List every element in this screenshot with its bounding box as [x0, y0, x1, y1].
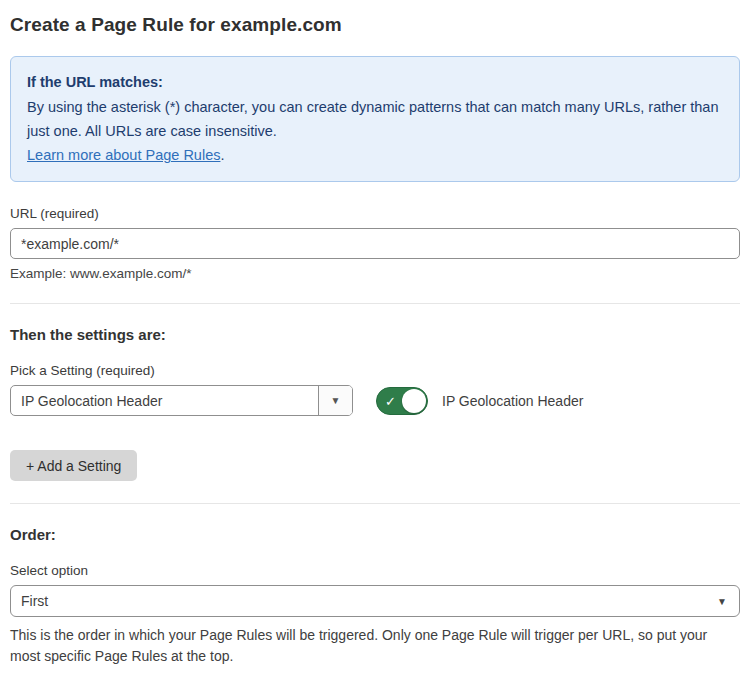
caret-down-icon: ▼	[717, 596, 727, 607]
settings-section-heading: Then the settings are:	[10, 326, 740, 343]
url-helper-text: Example: www.example.com/*	[10, 266, 740, 281]
learn-more-link[interactable]: Learn more about Page Rules	[27, 147, 220, 163]
add-setting-button[interactable]: + Add a Setting	[10, 450, 137, 481]
link-suffix: .	[220, 147, 224, 163]
toggle-label: IP Geolocation Header	[442, 393, 583, 409]
url-match-info-box: If the URL matches: By using the asteris…	[10, 56, 740, 182]
settings-row: IP Geolocation Header ▼ ✓ IP Geolocation…	[10, 385, 740, 416]
info-box-link-line: Learn more about Page Rules.	[27, 143, 723, 167]
info-box-body: By using the asterisk (*) character, you…	[27, 95, 723, 143]
ip-geolocation-toggle[interactable]: ✓	[376, 387, 428, 415]
divider	[10, 303, 740, 304]
check-icon: ✓	[385, 394, 396, 407]
url-input[interactable]	[10, 228, 740, 259]
setting-picker-value: IP Geolocation Header	[11, 386, 318, 415]
order-helper-text: This is the order in which your Page Rul…	[10, 625, 740, 667]
setting-picker-caret-button[interactable]: ▼	[318, 386, 352, 415]
page-title: Create a Page Rule for example.com	[10, 14, 740, 36]
order-section-heading: Order:	[10, 526, 740, 543]
order-select-value: First	[21, 593, 48, 609]
setting-picker-label: Pick a Setting (required)	[10, 363, 740, 378]
order-select-label: Select option	[10, 563, 740, 578]
info-box-heading: If the URL matches:	[27, 70, 723, 94]
order-select-dropdown[interactable]: First ▼	[10, 585, 740, 617]
divider	[10, 503, 740, 504]
caret-down-icon: ▼	[331, 395, 341, 406]
toggle-knob	[402, 389, 426, 413]
url-field-label: URL (required)	[10, 206, 740, 221]
create-page-rule-form: Create a Page Rule for example.com If th…	[0, 0, 750, 687]
setting-picker-dropdown[interactable]: IP Geolocation Header ▼	[10, 385, 353, 416]
